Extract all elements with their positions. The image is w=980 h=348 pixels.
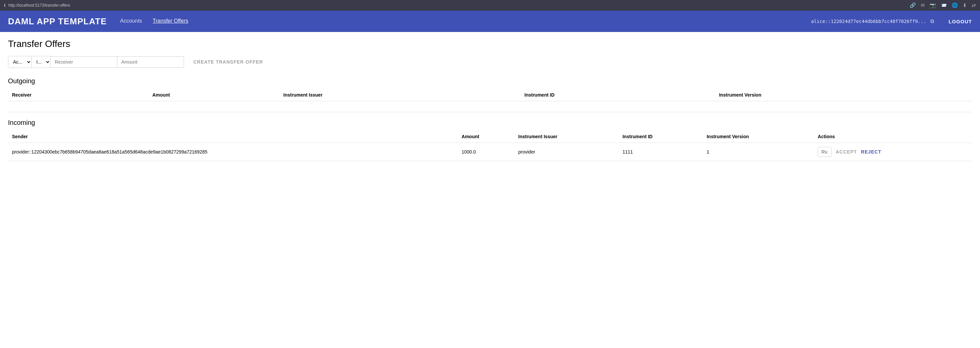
outgoing-table: Receiver Amount Instrument Issuer Instru…	[8, 89, 972, 101]
nav-links: Accounts Transfer Offers	[120, 18, 811, 25]
info-icon: ℹ	[4, 3, 6, 8]
instrument-version-cell: 1	[703, 143, 814, 161]
amount-input[interactable]	[117, 56, 184, 68]
transfer-icon[interactable]: ⇄	[972, 2, 976, 8]
select-wrapper: Ac... I...	[8, 56, 51, 68]
inbox-icon[interactable]: 📨	[941, 2, 947, 8]
incoming-section: Incoming Sender Amount Instrument Issuer…	[8, 119, 972, 161]
col-instrument-id: Instrument ID	[520, 89, 715, 101]
reject-button[interactable]: REJECT	[861, 149, 881, 155]
mail-icon[interactable]: ✉	[921, 2, 925, 8]
accept-button[interactable]: ACCEPT	[836, 149, 857, 155]
col-actions: Actions	[814, 131, 972, 143]
table-row: provider::12204300ebc7b658b94705daea8ae6…	[8, 143, 972, 161]
col-instrument-issuer: Instrument Issuer	[279, 89, 520, 101]
browser-address-area: ℹ http://localhost:5173/transfer-offers	[4, 3, 70, 8]
logout-button[interactable]: LOGOUT	[949, 19, 972, 24]
col-receiver: Receiver	[8, 89, 148, 101]
download-icon[interactable]: ⬇	[963, 2, 967, 8]
col-amount-incoming: Amount	[458, 131, 514, 143]
nav-accounts[interactable]: Accounts	[120, 18, 142, 25]
copy-icon[interactable]: ⧉	[930, 18, 934, 24]
create-transfer-form: Ac... I... CREATE TRANSFER OFFER	[8, 56, 972, 68]
header-right: alice::122024d77ec44db6bb7cc48f7026ff9..…	[811, 18, 972, 24]
user-id-display: alice::122024d77ec44db6bb7cc48f7026ff9..…	[811, 19, 926, 24]
instrument-select[interactable]: I...	[31, 56, 50, 68]
app-title: DAML APP TEMPLATE	[8, 16, 107, 27]
actions-cell: Rv. ACCEPT REJECT	[814, 143, 972, 161]
amount-cell: 1000.0	[458, 143, 514, 161]
page-content: Transfer Offers Ac... I... CREATE TRANSF…	[0, 32, 980, 179]
incoming-header-row: Sender Amount Instrument Issuer Instrume…	[8, 131, 972, 143]
browser-bar: ℹ http://localhost:5173/transfer-offers …	[0, 0, 980, 11]
camera-icon[interactable]: 📷	[930, 2, 936, 8]
url-display: http://localhost:5173/transfer-offers	[8, 3, 70, 8]
browser-icons: 🔗 ✉ 📷 📨 🌐 ⬇ ⇄	[910, 2, 976, 8]
page-title: Transfer Offers	[8, 39, 972, 49]
create-transfer-offer-button[interactable]: CREATE TRANSFER OFFER	[189, 57, 267, 67]
instrument-issuer-cell: provider	[514, 143, 619, 161]
receiver-input[interactable]	[51, 56, 117, 68]
nav-transfer-offers[interactable]: Transfer Offers	[153, 18, 188, 25]
action-icon-button[interactable]: Rv.	[818, 147, 832, 157]
outgoing-header-row: Receiver Amount Instrument Issuer Instru…	[8, 89, 972, 101]
col-instrument-version-incoming: Instrument Version	[703, 131, 814, 143]
col-instrument-id-incoming: Instrument ID	[618, 131, 702, 143]
link-icon[interactable]: 🔗	[910, 2, 916, 8]
outgoing-section: Outgoing Receiver Amount Instrument Issu…	[8, 77, 972, 101]
col-amount: Amount	[148, 89, 279, 101]
app-header: DAML APP TEMPLATE Accounts Transfer Offe…	[0, 11, 980, 32]
col-instrument-issuer-incoming: Instrument Issuer	[514, 131, 619, 143]
globe-icon[interactable]: 🌐	[952, 2, 958, 8]
account-select[interactable]: Ac...	[8, 56, 31, 68]
instrument-id-cell: 1111	[618, 143, 702, 161]
sender-cell: provider::12204300ebc7b658b94705daea8ae6…	[8, 143, 458, 161]
col-sender: Sender	[8, 131, 458, 143]
col-instrument-version: Instrument Version	[715, 89, 972, 101]
incoming-table: Sender Amount Instrument Issuer Instrume…	[8, 131, 972, 161]
outgoing-title: Outgoing	[8, 77, 972, 85]
incoming-title: Incoming	[8, 119, 972, 127]
